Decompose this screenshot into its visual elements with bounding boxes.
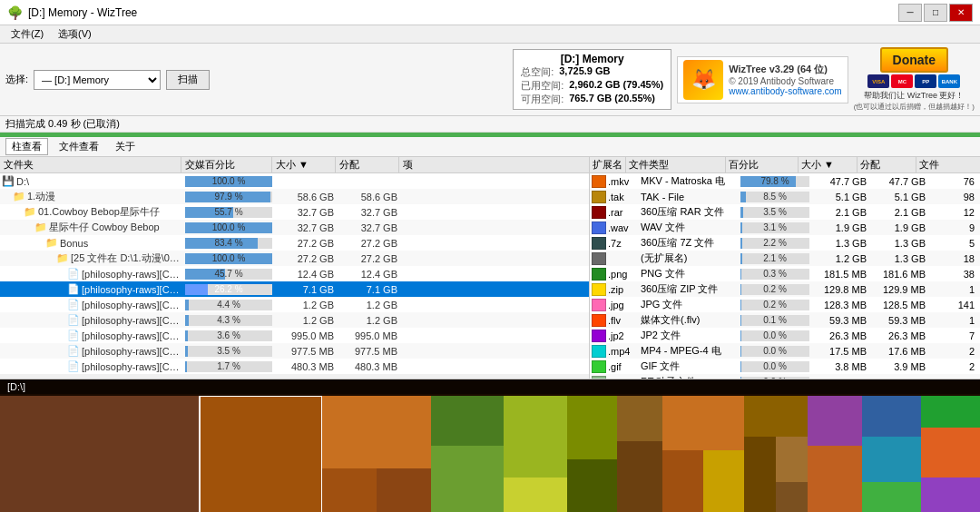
tree-row[interactable]: 📁Bonus83.4 %27.2 GB27.2 GB [0,235,589,251]
tree-row[interactable]: 📄[philosophy-raws][Cowboy Bebop][MOVIE][… [0,359,589,374]
svg-rect-2 [322,396,431,468]
svg-rect-22 [862,396,921,437]
col-ext[interactable]: 扩展名 [590,157,626,172]
svg-rect-10 [567,459,617,512]
tab-about[interactable]: 关于 [110,139,141,154]
total-label: 总空间: [521,65,554,79]
visa-card: VISA [867,74,889,88]
tree-row[interactable]: 💾D:\100.0 % [0,173,589,189]
col-header-size[interactable]: 大小 ▼ [272,157,336,172]
type-row[interactable]: .7z360压缩 7Z 文件2.2 %1.3 GB1.3 GB5 [590,235,980,251]
drive-info-title: [D:] Memory [521,53,663,65]
window-controls: ─ □ ✕ [898,4,973,22]
col-type[interactable]: 文件类型 [626,157,726,172]
tree-row[interactable]: 📁1.动漫97.9 %58.6 GB58.6 GB [0,189,589,204]
donate-section: Donate VISA MC PP BANK 帮助我们让 WizTree 更好！… [854,47,975,112]
svg-rect-8 [504,478,567,512]
tree-row[interactable]: 📄[philosophy-raws][Cowboy Bebop][SP8][BD… [0,266,589,281]
svg-rect-1 [200,396,322,512]
file-tree-scroll[interactable]: 💾D:\100.0 %📁1.动漫97.9 %58.6 GB58.6 GB📁01.… [0,173,589,379]
type-row[interactable]: .rar360压缩 RAR 文件3.5 %2.1 GB2.1 GB12 [590,204,980,220]
view-tabs: 柱查看 文件查看 关于 [0,137,980,157]
bank-card: BANK [938,74,960,88]
used-value: 2,960.2 GB (79.45%) [569,79,663,93]
svg-rect-17 [744,437,776,512]
type-row[interactable]: .takTAK - File8.5 %5.1 GB5.1 GB98 [590,189,980,204]
svg-rect-11 [617,396,662,441]
type-row[interactable]: .wavWAV 文件3.1 %1.9 GB1.9 GB9 [590,220,980,235]
tree-row[interactable]: 📄[philosophy-raws][Cowboy Bebop][MenuUK]… [0,343,589,359]
donate-sub: (也可以通过以后捐赠，但越捐越好！) [854,102,975,112]
type-row[interactable]: .gifGIF 文件0.0 %3.8 MB3.9 MB2 [590,359,980,374]
toolbar: 选择: — [D:] Memory 扫描 [D:] Memory 总空间: 3,… [0,44,980,116]
scan-label: 选择: [5,73,28,86]
tree-row[interactable]: 📄[philosophy-raws][Cowboy Bebop][PV1][BD… [0,328,589,343]
tree-col-headers: 文件夹 交媒百分比 大小 ▼ 分配 项 [0,157,589,173]
menu-options[interactable]: 选项(V) [53,26,97,42]
file-types-scroll[interactable]: .mkvMKV - Matroska 电79.8 %47.7 GB47.7 GB… [590,173,980,379]
scan-status-bar: 扫描完成 0.49 秒 (已取消) [0,116,980,133]
col-header-items[interactable]: 项 [399,157,416,172]
used-label: 已用空间: [521,79,564,93]
drive-select[interactable]: — [D:] Memory [34,70,161,90]
type-row[interactable]: .flv媒体文件(.flv)0.1 %59.3 MB59.3 MB1 [590,312,980,328]
svg-rect-5 [431,396,504,446]
tab-column-view[interactable]: 柱查看 [5,138,48,155]
app-icon: 🌳 [7,5,23,20]
col-files[interactable]: 文件 [916,157,942,172]
col-alloc[interactable]: 分配 [858,157,916,172]
maximize-button[interactable]: □ [924,4,947,22]
svg-rect-16 [744,396,808,437]
file-tree-panel: 文件夹 交媒百分比 大小 ▼ 分配 项 💾D:\100.0 %📁1.动漫97.9… [0,157,590,379]
total-value: 3,725.9 GB [559,65,610,79]
type-row[interactable]: .zip360压缩 ZIP 文件0.2 %129.8 MB129.9 MB1 [590,281,980,297]
treemap-area: [D:\] [0,379,980,512]
svg-rect-14 [662,450,703,512]
svg-rect-0 [0,396,200,512]
file-types-panel: 扩展名 文件类型 百分比 大小 ▼ 分配 文件 .mkvMKV - Matros… [590,157,980,379]
main-content: 文件夹 交媒百分比 大小 ▼ 分配 项 💾D:\100.0 %📁1.动漫97.9… [0,157,980,379]
window-title: [D:] Memory - WizTree [28,6,137,19]
col-size[interactable]: 大小 ▼ [799,157,858,172]
tree-row[interactable]: 📁01.Cowboy Bebop星际牛仔55.7 %32.7 GB32.7 GB [0,204,589,220]
donate-button[interactable]: Donate [880,47,948,73]
scan-button[interactable]: 扫描 [166,70,210,90]
tree-row[interactable]: 📁[25 文件在 D:\1.动漫\01.Cowboy Bebop星际牛仔100.… [0,251,589,266]
donate-label: Donate [893,53,936,67]
drive-info-panel: [D:] Memory 总空间: 3,725.9 GB 已用空间: 2,960.… [513,49,671,110]
type-row[interactable]: .mp4MP4 - MPEG-4 电0.0 %17.5 MB17.6 MB2 [590,343,980,359]
tree-row[interactable]: 📄[philosophy-raws][Cowboy Bebop][SP4][DV… [0,297,589,312]
tab-file-view[interactable]: 文件查看 [54,139,104,154]
tree-row[interactable]: 📄[philosophy-raws][Cowboy Bebop][SP9][BD… [0,281,589,297]
col-header-folder[interactable]: 文件夹 [0,157,181,172]
svg-rect-7 [504,396,567,478]
svg-rect-23 [862,437,921,482]
tree-row[interactable]: 📄[philosophy-raws][Cowboy Bebop][SP5][DV… [0,312,589,328]
file-type-rows: .mkvMKV - Matroska 电79.8 %47.7 GB47.7 GB… [590,173,980,379]
svg-rect-21 [808,446,862,512]
svg-rect-13 [662,396,744,450]
type-row[interactable]: .jpgJPG 文件0.2 %128.3 MB128.5 MB141 [590,297,980,312]
col-pct[interactable]: 百分比 [726,157,799,172]
wiztree-logo: 🦊 [683,60,723,100]
svg-rect-27 [921,478,980,512]
type-row[interactable]: (无扩展名)2.1 %1.2 GB1.3 GB18 [590,251,980,266]
file-tree-rows: 💾D:\100.0 %📁1.动漫97.9 %58.6 GB58.6 GB📁01.… [0,173,589,374]
type-row[interactable]: .mkvMKV - Matroska 电79.8 %47.7 GB47.7 GB… [590,173,980,189]
paypal-card: PP [915,74,936,88]
treemap-label: [D:\] [0,379,980,394]
menu-file[interactable]: 文件(Z) [5,26,49,42]
wiztree-copyright: © 2019 Antibody Software [729,76,842,86]
svg-rect-3 [322,468,377,512]
col-header-alloc[interactable]: 分配 [336,157,399,172]
type-row[interactable]: .torrentRT 种子文件0.0 %130.2 KB136.0 KB3 [590,374,980,379]
tree-row[interactable]: 📁星际牛仔 Cowboy Bebop100.0 %32.7 GB32.7 GB [0,220,589,235]
type-row[interactable]: .pngPNG 文件0.3 %181.5 MB181.6 MB38 [590,266,980,281]
col-header-pct[interactable]: 交媒百分比 [181,157,272,172]
type-row[interactable]: .jp2JP2 文件0.0 %26.3 MB26.3 MB7 [590,328,980,343]
minimize-button[interactable]: ─ [898,4,922,22]
donate-promo: 帮助我们让 WizTree 更好！ [864,90,964,102]
close-button[interactable]: ✕ [949,4,973,22]
wiztree-title: WizTree v3.29 (64 位) [729,63,842,76]
treemap-svg[interactable] [0,396,980,512]
